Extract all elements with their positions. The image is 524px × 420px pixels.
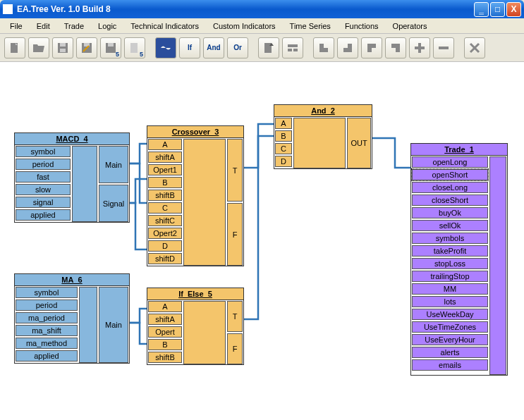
- new-file-icon[interactable]: [4, 37, 25, 58]
- node-macd4[interactable]: MACD_4 symbol period fast slow signal ap…: [14, 132, 130, 223]
- arrow2-icon[interactable]: [337, 37, 358, 58]
- open-folder-icon[interactable]: [28, 37, 49, 58]
- port-t[interactable]: T: [227, 301, 243, 332]
- arrow4-icon[interactable]: [385, 37, 406, 58]
- plus-icon[interactable]: [409, 37, 430, 58]
- port-f[interactable]: F: [227, 203, 243, 266]
- port-a[interactable]: A: [275, 118, 292, 129]
- port-useweekday[interactable]: UseWeekDay: [412, 309, 488, 320]
- port-closeshort[interactable]: closeShort: [412, 194, 488, 206]
- port-openshort[interactable]: openShort: [412, 169, 488, 180]
- node-body: [79, 287, 97, 363]
- maximize-button[interactable]: □: [490, 2, 505, 17]
- save5b-icon[interactable]: 5: [124, 37, 145, 58]
- node-title: If_Else_5: [147, 288, 243, 300]
- port-signal-out[interactable]: Signal: [99, 185, 128, 222]
- port-ma-shift[interactable]: ma_shift: [16, 325, 78, 336]
- menu-file[interactable]: File: [4, 20, 28, 32]
- canvas[interactable]: MACD_4 symbol period fast slow signal ap…: [0, 62, 524, 420]
- port-takeprofit[interactable]: takeProfit: [412, 245, 488, 257]
- port-mm[interactable]: MM: [412, 283, 488, 295]
- port-applied[interactable]: applied: [16, 209, 71, 221]
- menu-functions[interactable]: Functions: [339, 20, 384, 32]
- port-closelong[interactable]: closeLong: [412, 182, 488, 193]
- node-body: [183, 301, 226, 364]
- port-b[interactable]: B: [275, 130, 292, 142]
- or-button[interactable]: Or: [227, 37, 248, 58]
- port-useeveryhour[interactable]: UseEveryHour: [412, 334, 488, 345]
- port-trailingstop[interactable]: trailingStop: [412, 271, 488, 282]
- port-buyok[interactable]: buyOk: [412, 207, 488, 218]
- menu-custom-indicators[interactable]: Custom Indicators: [207, 20, 281, 32]
- export-icon[interactable]: [258, 37, 279, 58]
- port-sellok[interactable]: sellOk: [412, 220, 488, 231]
- close-button[interactable]: X: [506, 2, 521, 17]
- node-ifelse5[interactable]: If_Else_5 A shiftA Opert B shiftB T F: [147, 288, 244, 365]
- port-a[interactable]: A: [148, 139, 182, 150]
- and-button[interactable]: And: [203, 37, 224, 58]
- port-signal[interactable]: signal: [16, 197, 71, 208]
- arrow1-icon[interactable]: [313, 37, 334, 58]
- port-ma-method[interactable]: ma_method: [16, 338, 78, 349]
- port-a[interactable]: A: [148, 301, 182, 312]
- menu-edit[interactable]: Edit: [31, 20, 56, 32]
- minus-icon[interactable]: [433, 37, 454, 58]
- port-fast[interactable]: fast: [16, 171, 71, 183]
- port-t[interactable]: T: [227, 139, 243, 202]
- port-symbol[interactable]: symbol: [16, 146, 71, 157]
- node-ma6[interactable]: MA_6 symbol period ma_period ma_shift ma…: [14, 273, 130, 364]
- port-opert2[interactable]: Opert2: [148, 228, 182, 239]
- port-shiftd[interactable]: shiftD: [148, 253, 182, 264]
- port-alerts[interactable]: alerts: [412, 347, 488, 358]
- port-usetimezones[interactable]: UseTimeZones: [412, 321, 488, 333]
- port-shiftb[interactable]: shiftB: [148, 352, 182, 363]
- minimize-button[interactable]: ‗: [474, 2, 489, 17]
- menu-operators[interactable]: Operators: [387, 20, 433, 32]
- menu-technical-indicators[interactable]: Technical Indicators: [125, 20, 205, 32]
- port-period[interactable]: period: [16, 159, 71, 170]
- port-opert[interactable]: Opert: [148, 326, 182, 338]
- port-f[interactable]: F: [227, 333, 243, 364]
- port-main[interactable]: Main: [99, 146, 128, 183]
- port-shiftb[interactable]: shiftB: [148, 190, 182, 201]
- node-and2[interactable]: And_2 A B C D OUT: [274, 104, 372, 169]
- port-emails[interactable]: emails: [412, 359, 488, 371]
- port-d[interactable]: D: [148, 240, 182, 252]
- if-button[interactable]: If: [179, 37, 200, 58]
- port-opert1[interactable]: Opert1: [148, 164, 182, 175]
- port-slow[interactable]: slow: [16, 184, 71, 195]
- port-ma-period[interactable]: ma_period: [16, 312, 78, 323]
- save5a-icon[interactable]: 5: [100, 37, 121, 58]
- svg-rect-16: [288, 49, 292, 51]
- port-shiftc[interactable]: shiftC: [148, 215, 182, 226]
- menu-time-series[interactable]: Time Series: [284, 20, 336, 32]
- port-d[interactable]: D: [275, 156, 292, 167]
- port-applied[interactable]: applied: [16, 350, 78, 362]
- port-period[interactable]: period: [16, 299, 78, 311]
- port-b[interactable]: B: [148, 339, 182, 350]
- port-out[interactable]: OUT: [347, 118, 371, 168]
- layout-icon[interactable]: [282, 37, 303, 58]
- world-icon[interactable]: [155, 37, 176, 58]
- port-symbol[interactable]: symbol: [16, 287, 78, 298]
- menu-trade[interactable]: Trade: [59, 20, 90, 32]
- port-main[interactable]: Main: [99, 287, 128, 363]
- node-crossover3[interactable]: Crossover_3 A shiftA Opert1 B shiftB C s…: [147, 125, 244, 266]
- arrow3-icon[interactable]: [361, 37, 382, 58]
- port-shifta[interactable]: shiftA: [148, 314, 182, 325]
- port-c[interactable]: C: [275, 143, 292, 154]
- node-trade1[interactable]: Trade_1 openLong openShort closeLong clo…: [410, 143, 508, 376]
- delete-icon[interactable]: [464, 37, 485, 58]
- port-shifta[interactable]: shiftA: [148, 152, 182, 163]
- save-icon[interactable]: [52, 37, 73, 58]
- save-pencil-icon[interactable]: [76, 37, 97, 58]
- port-stoploss[interactable]: stopLoss: [412, 258, 488, 269]
- menu-logic[interactable]: Logic: [92, 20, 122, 32]
- svg-marker-19: [343, 44, 352, 52]
- port-symbols[interactable]: symbols: [412, 233, 488, 244]
- port-b[interactable]: B: [148, 177, 182, 188]
- port-c[interactable]: C: [148, 202, 182, 214]
- port-openlong[interactable]: openLong: [412, 156, 488, 168]
- port-lots[interactable]: lots: [412, 296, 488, 307]
- node-title: And_2: [274, 105, 372, 117]
